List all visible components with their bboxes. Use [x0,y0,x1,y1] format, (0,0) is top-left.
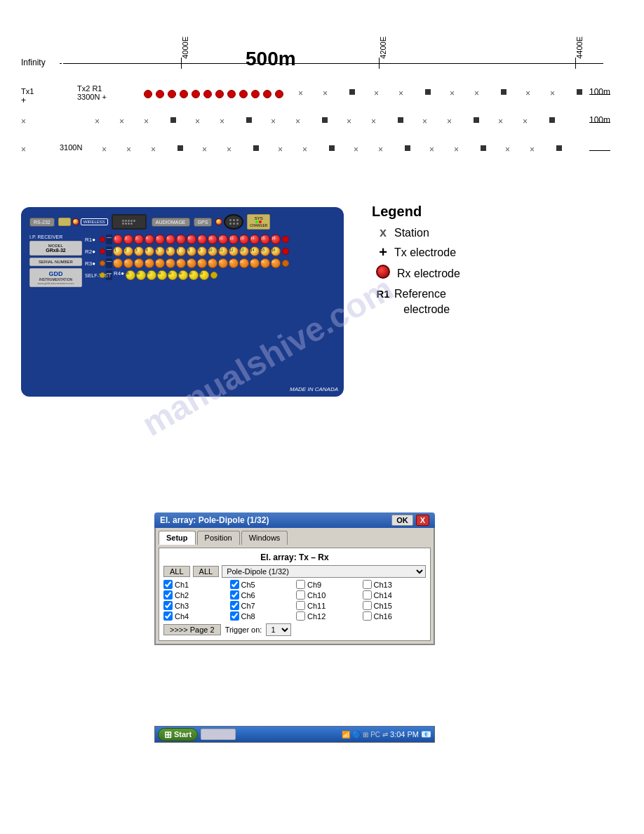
sq-row3-3 [329,145,335,151]
x-row2-8: × [347,117,351,126]
channel-ch5[interactable]: Ch5 [230,580,294,589]
dialog-body: Setup Position Windows El. array: Tx – R… [154,528,435,645]
channel-ch15[interactable]: Ch15 [363,601,427,610]
taskbar: ⊞ Start 📶 🔵 ⊞ PC ⇌ 3:04 PM 📧 [154,726,435,743]
ch1-checkbox[interactable] [163,580,173,589]
trigger-dropdown[interactable]: 1 2 3 4 [266,623,291,636]
dialog-ok-button[interactable]: OK [391,515,413,526]
ch13-checkbox[interactable] [363,580,372,589]
tx1-label: Tx1+ [21,87,34,105]
rx-dot-1 [144,90,152,98]
audiomage-label: AUDIOMAGE [152,218,190,227]
channel-ch6[interactable]: Ch6 [230,590,294,600]
ch4-checkbox[interactable] [163,611,173,621]
x-row3-9: × [378,145,383,154]
channel-ch12[interactable]: Ch12 [296,611,360,621]
rx-dot-icon [376,265,390,279]
x-row3-12: × [505,145,510,154]
x-mark-1: × [298,88,303,98]
row-line-3 [589,150,610,151]
survey-row-1: Tx1+ Tx2 R13300N + × × × × × × × × 100m [21,84,610,104]
ch9-checkbox[interactable] [296,580,305,589]
cable-1 [58,218,71,226]
tray-icon-3: ⊞ [363,731,368,739]
tab-setup[interactable]: Setup [159,531,196,545]
sq-row2-5 [474,117,479,123]
channel-ch3[interactable]: Ch3 [163,601,227,610]
x-row2-7: × [295,117,300,126]
channel-ch2[interactable]: Ch2 [163,590,227,600]
ch15-checkbox[interactable] [363,601,372,610]
survey-row-3: × 3100N × × × × × × × × × × × × × [21,140,610,160]
sq-mark-3 [501,89,507,95]
channel-ch13[interactable]: Ch13 [363,580,427,589]
ch11-checkbox[interactable] [296,601,305,610]
sq-row3-5 [481,145,486,151]
x-row3-13: × [530,145,535,154]
ch3-checkbox[interactable] [163,601,173,610]
array-type-dropdown[interactable]: Pole-Dipole (1/32) [222,565,426,578]
array-label: El. array: Tx – Rx [163,552,426,562]
n3100-label: 3100N [60,143,82,152]
channel-checkbox-grid: Ch1 Ch5 Ch9 Ch13 Ch2 Ch6 Ch10 Ch14 Ch3 C… [163,580,426,621]
rx-dot-4 [180,90,188,98]
ch6-checkbox[interactable] [230,590,239,600]
channel-ch11[interactable]: Ch11 [296,601,360,610]
label-4000e: 4000E [181,37,189,59]
rx-dot-5 [192,90,200,98]
channel-ch16[interactable]: Ch16 [363,611,427,621]
x-row3-4: × [202,145,207,154]
all-button-2[interactable]: ALL [193,566,220,577]
ch12-checkbox[interactable] [296,611,305,621]
page-2-button[interactable]: >>>> Page 2 [163,624,221,635]
channel-ch10[interactable]: Ch10 [296,590,360,600]
ch2-checkbox[interactable] [163,590,173,600]
x-row2-2: × [119,117,124,126]
sq-mark-4 [577,89,582,95]
x-row2-5: × [220,117,224,126]
channel-ch1[interactable]: Ch1 [163,580,227,589]
channel-ch14[interactable]: Ch14 [363,590,427,600]
x-row2-1: × [95,117,100,126]
rx-dot-7 [215,90,224,98]
x-row3-3: × [151,145,156,154]
tab-position[interactable]: Position [197,531,240,545]
ch14-checkbox[interactable] [363,590,372,600]
made-in-canada-label: MADE IN CANADA [290,386,338,392]
x-row2-11: × [447,117,452,126]
cable-group: WIRELESS [58,218,108,226]
station-symbol: x [372,225,394,240]
tx-symbol: + [372,244,394,260]
channel-ch8[interactable]: Ch8 [230,611,294,621]
ref-symbol: R1 [372,288,394,300]
dialog-close-button[interactable]: X [416,515,429,526]
channel-ch7[interactable]: Ch7 [230,601,294,610]
x-row2-3: × [144,117,149,126]
device-image: RS-232 WIRELESS AUDIOMAGE GPS [21,207,344,397]
x-row3-1: × [102,145,107,154]
sq-row2-6 [549,117,555,123]
ch16-checkbox[interactable] [363,611,372,621]
ch7-checkbox[interactable] [230,601,239,610]
tray-icon-2: 🔵 [352,731,361,739]
round-connector [224,214,243,230]
gps-connector [215,214,243,230]
legend-item-station: x Station [372,225,582,240]
x-row3-5: × [227,145,232,154]
tab-windows[interactable]: Windows [241,531,288,545]
sq-row3-1 [177,145,183,151]
channel-ch9[interactable]: Ch9 [296,580,360,589]
all-button-1[interactable]: ALL [163,566,190,577]
n3300-label: Tx2 R13300N + [77,84,107,101]
ch8-checkbox[interactable] [230,611,239,621]
ch10-checkbox[interactable] [296,590,305,600]
taskbar-email-icon: 📧 [421,729,431,739]
survey-diagram: Infinity 4000E 500m 4200E 4400E Tx1+ Tx2… [21,42,610,160]
channel-ch4[interactable]: Ch4 [163,611,227,621]
survey-row-2: × × × × × × × × × × × × × × 100m [21,112,610,132]
x-row3-2: × [126,145,131,154]
start-button[interactable]: ⊞ Start [158,728,198,741]
active-app-bar[interactable] [201,729,236,740]
x-row2-9: × [371,117,376,126]
ch5-checkbox[interactable] [230,580,239,589]
